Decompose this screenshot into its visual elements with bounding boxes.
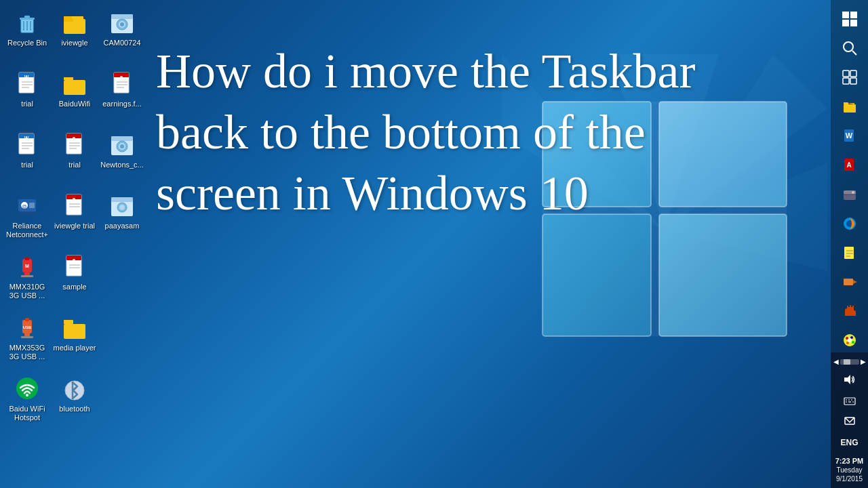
icon-row-3: W trial e trial [3,125,146,186]
reliance-label: Reliance Netconnect+ [5,222,50,239]
trial-doc-label: trial [21,100,33,108]
trial3-icon[interactable]: e trial [51,125,98,186]
earnings-icon[interactable]: e earnings.f... [98,64,146,125]
svg-point-66 [119,205,125,210]
file-explorer-sidebar-icon[interactable] [836,95,863,119]
media-sidebar-icon[interactable] [836,270,863,294]
svg-rect-110 [844,247,854,259]
svg-rect-91 [850,20,857,26]
cam00724-image [108,9,136,36]
mmx310g-icon[interactable]: M MMX310G 3G USB ... [3,247,51,308]
language-indicator[interactable]: ENG [837,434,863,452]
svg-point-118 [850,336,853,339]
trial3-label: trial [68,161,81,169]
icon-row-1: Recycle Bin iviewgle [3,3,146,64]
notification-icon[interactable] [837,412,863,430]
trial2-label: trial [21,161,33,169]
baiduwifi-icon[interactable]: BaiduWifi [51,64,98,125]
svg-rect-69 [21,275,33,277]
iviewgle-image [61,9,88,36]
svg-text:A: A [846,161,851,169]
trial-doc-icon[interactable]: W trial [3,64,51,125]
iviewgle-icon[interactable]: iviewgle [51,3,98,64]
drive-sidebar-icon[interactable] [836,182,863,206]
svg-rect-80 [25,318,29,321]
mmx353g-icon[interactable]: USB MMX353G 3G USB ... [3,308,51,369]
windows-logo-icon[interactable] [836,7,863,30]
cam00724-icon[interactable]: CAM00724 [98,3,146,64]
paayasam-label: paayasam [105,222,140,230]
svg-text:e: e [73,196,76,202]
bluetooth-image [61,375,88,402]
keyboard-icon[interactable] [837,391,863,409]
clock-display[interactable]: 7:23 PM Tuesday 9/1/2015 [834,455,865,485]
baidu-wifi-icon[interactable]: Baidu WiFi Hotspot [3,369,51,430]
newtons-image [108,131,136,158]
icon-row-4: @ Reliance Netconnect+ e iviewgle trial [3,186,146,247]
paayasam-icon[interactable]: paayasam [98,186,146,247]
earnings-image: e [108,70,136,97]
svg-point-119 [852,341,854,344]
icon-row-7: Baidu WiFi Hotspot bluetooth [3,369,146,430]
baidu-wifi-label: Baidu WiFi Hotspot [5,405,50,422]
notes-sidebar-icon[interactable] [836,241,863,264]
svg-rect-123 [844,398,855,405]
sample-label: sample [62,283,86,291]
cam00724-label: CAM00724 [103,39,140,47]
svg-marker-115 [853,280,857,284]
svg-text:W: W [24,75,29,79]
right-taskbar: ◀ ▶ ENG [831,352,868,488]
svg-point-52 [120,144,124,148]
svg-line-93 [852,51,856,55]
svg-rect-79 [21,336,33,338]
svg-rect-96 [843,78,849,84]
iviewgle-trial-icon[interactable]: e iviewgle trial [51,186,98,247]
scroll-right-btn[interactable]: ▶ [861,358,866,365]
recycle-bin-icon[interactable]: Recycle Bin [3,3,51,64]
volume-icon[interactable] [837,370,863,388]
trial3-image: e [61,131,88,158]
baiduwifi-label: BaiduWifi [59,100,90,108]
windows-logo-bg [502,54,827,407]
reliance-icon[interactable]: @ Reliance Netconnect+ [3,186,51,247]
svg-rect-82 [64,324,85,339]
bluetooth-label: bluetooth [59,405,90,413]
word-sidebar-icon[interactable]: W [836,124,863,148]
earnings-label: earnings.f... [102,100,141,108]
search-icon[interactable] [836,36,863,60]
acrobat-sidebar-icon[interactable]: A [836,153,863,177]
mmx353g-image: USB [14,314,41,341]
scroll-left-btn[interactable]: ◀ [833,358,839,365]
trial2-icon[interactable]: W trial [3,125,51,186]
right-sidebar: W A [831,0,868,352]
scrollbar-track[interactable] [840,359,859,365]
task-view-icon[interactable] [836,65,863,89]
sample-icon[interactable]: e sample [51,247,98,308]
newtons-icon[interactable]: Newtons_c... [98,125,146,186]
iviewgle-trial-label: iviewgle trial [54,222,95,230]
svg-text:e: e [73,257,76,263]
svg-rect-49 [111,136,133,141]
svg-rect-94 [843,70,849,77]
sample-image: e [61,253,88,280]
glove-sidebar-icon[interactable] [836,300,863,323]
svg-text:@: @ [22,203,27,209]
media-player-icon[interactable]: media player [51,308,98,369]
svg-text:M: M [25,264,29,268]
iviewgle-trial-image: e [61,192,88,219]
svg-point-21 [120,22,124,26]
scrollbar-thumb [844,359,850,365]
icon-row-5: M MMX310G 3G USB ... e sample [3,247,146,308]
svg-rect-99 [844,102,848,104]
bluetooth-icon[interactable]: bluetooth [51,369,98,430]
firefox-sidebar-icon[interactable] [836,211,863,235]
svg-point-92 [844,42,853,52]
scrollbar-area: ◀ ▶ [833,356,866,367]
recycle-bin-label: Recycle Bin [7,39,47,47]
palette-sidebar-icon[interactable] [836,329,863,352]
svg-rect-18 [111,14,133,19]
svg-rect-89 [850,12,857,18]
icon-row-2: W trial BaiduWifi [3,64,146,125]
iviewgle-label: iviewgle [61,39,87,47]
trial-doc-image: W [14,70,41,97]
